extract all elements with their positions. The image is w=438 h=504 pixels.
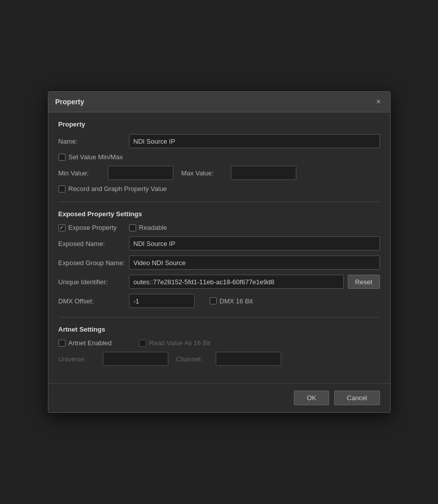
universe-label: Universe:: [58, 355, 99, 363]
dialog-footer: OK Cancel: [48, 383, 390, 412]
ok-button[interactable]: OK: [294, 391, 329, 405]
dmx-offset-input[interactable]: [129, 294, 195, 308]
min-label: Min Value:: [58, 169, 104, 177]
channel-group: Channel:: [176, 352, 281, 366]
read-value-label[interactable]: Read Value As 16 Bit: [139, 339, 211, 347]
record-graph-row: Record and Graph Property Value: [58, 185, 380, 193]
name-label: Name:: [58, 138, 129, 145]
property-dialog: Property × Property Name: Set Value Min/…: [48, 91, 391, 413]
reset-button[interactable]: Reset: [348, 275, 380, 289]
expose-property-label[interactable]: Expose Property: [58, 224, 117, 231]
exposed-name-input[interactable]: [129, 236, 380, 250]
exposed-name-row: Exposed Name:: [58, 236, 380, 250]
property-section: Property Name: Set Value Min/Max Min Val…: [58, 120, 380, 193]
read-value-text: Read Value As 16 Bit: [149, 339, 211, 347]
section-divider-2: [58, 317, 380, 318]
exposed-section: Exposed Property Settings Expose Propert…: [58, 210, 380, 308]
name-row: Name:: [58, 134, 380, 148]
record-graph-text: Record and Graph Property Value: [69, 185, 167, 193]
readable-checkbox[interactable]: [129, 224, 136, 231]
cancel-button[interactable]: Cancel: [334, 391, 380, 405]
exposed-name-label: Exposed Name:: [58, 240, 129, 247]
unique-id-label: Unique Identifier:: [58, 278, 129, 286]
artnet-enabled-text: Artnet Enabled: [69, 339, 112, 347]
min-group: Min Value:: [58, 166, 173, 180]
dmx-16bit-group: DMX 16 Bit: [210, 297, 253, 305]
exposed-section-title: Exposed Property Settings: [58, 210, 380, 218]
set-value-minmax-row: Set Value Min/Max: [58, 153, 380, 161]
universe-group: Universe:: [58, 352, 168, 366]
dmx-16bit-checkbox[interactable]: [210, 297, 217, 304]
artnet-enabled-row: Artnet Enabled Read Value As 16 Bit: [58, 339, 380, 347]
dmx-16bit-text: DMX 16 Bit: [220, 297, 253, 305]
name-input[interactable]: [129, 134, 380, 148]
section-divider-1: [58, 202, 380, 202]
exposed-group-input[interactable]: [129, 256, 380, 270]
max-group: Max Value:: [181, 166, 296, 180]
artnet-section-title: Artnet Settings: [58, 326, 380, 333]
dmx-offset-label: DMX Offset:: [58, 297, 129, 305]
unique-id-input[interactable]: [129, 275, 344, 289]
dialog-title: Property: [55, 98, 85, 106]
exposed-group-label: Exposed Group Name:: [58, 259, 129, 267]
max-label: Max Value:: [181, 169, 227, 177]
set-value-minmax-checkbox[interactable]: [58, 154, 66, 161]
expose-property-row: Expose Property Readable: [58, 224, 380, 231]
min-input[interactable]: [108, 166, 173, 180]
set-value-minmax-text: Set Value Min/Max: [69, 153, 123, 161]
readable-label[interactable]: Readable: [129, 224, 167, 231]
unique-id-row: Unique Identifier: Reset: [58, 275, 380, 289]
expose-property-text: Expose Property: [69, 224, 117, 231]
record-graph-label[interactable]: Record and Graph Property Value: [58, 185, 167, 193]
dialog-body: Property Name: Set Value Min/Max Min Val…: [48, 112, 390, 383]
exposed-group-row: Exposed Group Name:: [58, 256, 380, 270]
readable-text: Readable: [139, 224, 167, 231]
property-section-title: Property: [58, 120, 380, 128]
artnet-enabled-checkbox[interactable]: [58, 340, 66, 347]
dmx-offset-row: DMX Offset: DMX 16 Bit: [58, 294, 380, 308]
record-graph-checkbox[interactable]: [58, 185, 66, 193]
dialog-titlebar: Property ×: [48, 92, 390, 112]
minmax-row: Min Value: Max Value:: [58, 166, 380, 180]
channel-label: Channel:: [176, 355, 212, 363]
channel-input[interactable]: [216, 352, 281, 366]
expose-property-checkbox[interactable]: [58, 224, 66, 231]
artnet-enabled-label[interactable]: Artnet Enabled: [58, 339, 112, 347]
set-value-minmax-label[interactable]: Set Value Min/Max: [58, 153, 123, 161]
universe-channel-row: Universe: Channel:: [58, 352, 380, 366]
read-value-checkbox[interactable]: [139, 340, 146, 347]
universe-input[interactable]: [103, 352, 168, 366]
close-button[interactable]: ×: [374, 97, 383, 107]
artnet-section: Artnet Settings Artnet Enabled Read Valu…: [58, 326, 380, 366]
max-input[interactable]: [231, 166, 296, 180]
